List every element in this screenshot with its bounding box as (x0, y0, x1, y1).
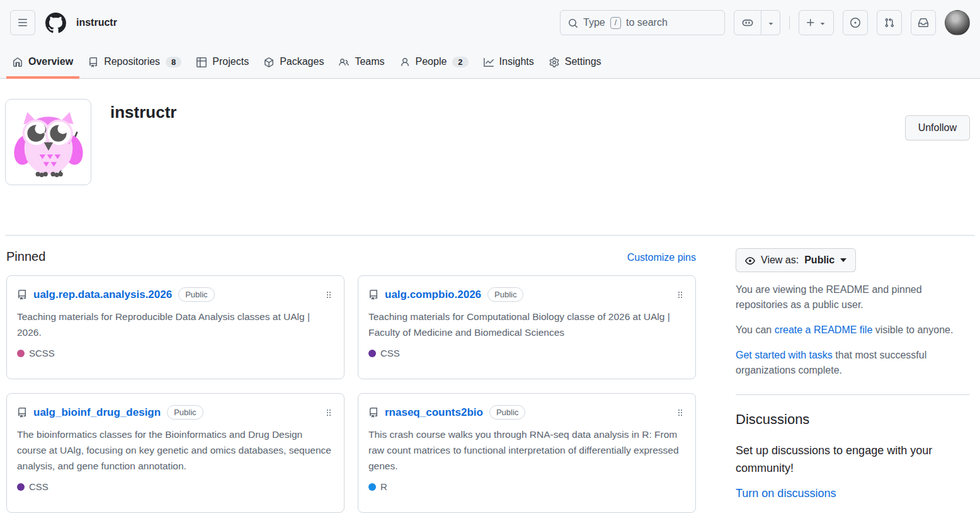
view-as-value: Public (804, 255, 835, 266)
discussions-text: Set up discussions to engage with your c… (736, 442, 970, 477)
repo-icon (17, 289, 27, 301)
repo-description: The bioinformatics classes for the Bioin… (17, 427, 334, 474)
visibility-badge: Public (167, 405, 203, 420)
repo-link[interactable]: ualg_bioinf_drug_design (33, 406, 161, 419)
repo-description: This crash course walks you through RNA-… (368, 427, 685, 474)
pinned-repo-card: ualg_bioinf_drug_design Public The bioin… (6, 393, 345, 513)
language-label: SCSS (29, 348, 55, 358)
sidebar: View as: Public You are viewing the READ… (736, 248, 970, 513)
pinned-cards-grid: ualg.rep.data.analysis.2026 Public Teach… (6, 275, 696, 513)
customize-pins-link[interactable]: Customize pins (627, 252, 696, 263)
repo-icon (17, 407, 27, 418)
copilot-split-button (734, 10, 780, 35)
language-label: CSS (29, 481, 48, 492)
inbox-icon (918, 18, 928, 28)
org-avatar[interactable] (5, 99, 91, 185)
language-label: R (380, 481, 387, 492)
pull-requests-button[interactable] (877, 10, 902, 35)
tab-label: Teams (355, 56, 384, 67)
language-label: CSS (380, 348, 400, 358)
main-content: Pinned Customize pins ualg.rep.data.anal… (0, 236, 980, 513)
drag-handle[interactable] (324, 290, 334, 300)
visibility-badge: Public (178, 287, 214, 302)
slash-key-hint: / (610, 17, 621, 29)
language-dot (368, 483, 376, 491)
tasks-note: Get started with tasks that most success… (736, 348, 970, 378)
user-avatar[interactable] (945, 10, 970, 35)
tab-projects[interactable]: Projects (189, 45, 256, 78)
view-as-button[interactable]: View as: Public (736, 248, 856, 272)
unfollow-button[interactable]: Unfollow (905, 115, 970, 140)
drag-handle[interactable] (675, 408, 685, 418)
hamburger-menu-button[interactable] (10, 10, 35, 35)
language-dot (17, 483, 25, 491)
pinned-repo-card: rnaseq_counts2bio Public This crash cour… (358, 393, 696, 513)
tab-label: Repositories (104, 56, 160, 67)
tab-repositories[interactable]: Repositories 8 (81, 45, 189, 78)
top-bar: instructr Type / to search (0, 0, 980, 45)
repo-icon (368, 407, 379, 418)
tab-label: Projects (212, 56, 249, 67)
language-dot (368, 350, 376, 357)
search-input[interactable]: Type / to search (560, 10, 725, 35)
readme-note: You can create a README file visible to … (736, 323, 970, 338)
sidebar-divider (736, 394, 970, 395)
create-new-button[interactable] (799, 10, 834, 35)
owl-avatar-icon (11, 105, 86, 180)
copilot-button[interactable] (734, 11, 761, 35)
table-icon (197, 56, 207, 67)
plus-icon (806, 18, 816, 28)
hamburger-icon (18, 18, 28, 28)
chevron-down-icon (766, 17, 775, 28)
tab-label: Overview (28, 56, 73, 67)
context-title[interactable]: instructr (76, 17, 117, 28)
people-icon (339, 56, 349, 67)
copilot-menu-button[interactable] (761, 11, 780, 35)
issues-button[interactable] (843, 10, 868, 35)
repo-description: Teaching materials for Reproducible Data… (17, 309, 334, 340)
search-placeholder-suffix: to search (626, 17, 668, 28)
get-started-tasks-link[interactable]: Get started with tasks (736, 350, 833, 360)
discussions-heading: Discussions (736, 411, 970, 428)
tab-label: Settings (565, 56, 601, 67)
graph-icon (484, 56, 494, 67)
drag-handle[interactable] (675, 290, 685, 300)
pull-request-icon (884, 18, 894, 28)
viewing-note: You are viewing the README and pinned re… (736, 282, 970, 312)
gear-icon (549, 56, 559, 67)
org-name: instructr (110, 103, 176, 122)
turn-on-discussions-link[interactable]: Turn on discussions (736, 487, 836, 500)
tab-overview[interactable]: Overview (5, 45, 81, 78)
copilot-icon (742, 17, 753, 29)
readme-note-text: visible to anyone. (872, 324, 953, 335)
repo-icon (368, 289, 379, 301)
repo-link[interactable]: rnaseq_counts2bio (385, 406, 483, 419)
repositories-count-badge: 8 (166, 57, 181, 67)
github-logo[interactable] (45, 13, 66, 33)
chevron-down-icon (818, 18, 827, 27)
tab-label: People (416, 56, 447, 67)
repo-link[interactable]: ualg.compbio.2026 (385, 289, 481, 301)
tab-people[interactable]: People 2 (392, 45, 476, 78)
people-count-badge: 2 (452, 57, 468, 67)
readme-note-text: You can (736, 324, 775, 335)
repo-icon (88, 56, 98, 67)
tab-label: Packages (280, 56, 324, 67)
org-nav-tabs: Overview Repositories 8 Projects Package… (0, 45, 980, 79)
tab-teams[interactable]: Teams (331, 45, 392, 78)
tab-settings[interactable]: Settings (542, 45, 609, 78)
tab-packages[interactable]: Packages (256, 45, 331, 78)
pinned-repo-card: ualg.rep.data.analysis.2026 Public Teach… (6, 275, 345, 379)
create-readme-link[interactable]: create a README file (775, 324, 873, 335)
issues-icon (850, 18, 860, 28)
tab-insights[interactable]: Insights (476, 45, 542, 78)
home-icon (13, 56, 23, 67)
header-divider (789, 16, 790, 30)
pinned-heading: Pinned (6, 249, 45, 264)
drag-handle[interactable] (324, 408, 334, 418)
pinned-repo-card: ualg.compbio.2026 Public Teaching materi… (358, 275, 696, 379)
visibility-badge: Public (487, 287, 523, 302)
inbox-button[interactable] (911, 10, 936, 35)
profile-header: instructr Unfollow (0, 79, 980, 235)
repo-link[interactable]: ualg.rep.data.analysis.2026 (33, 289, 172, 301)
